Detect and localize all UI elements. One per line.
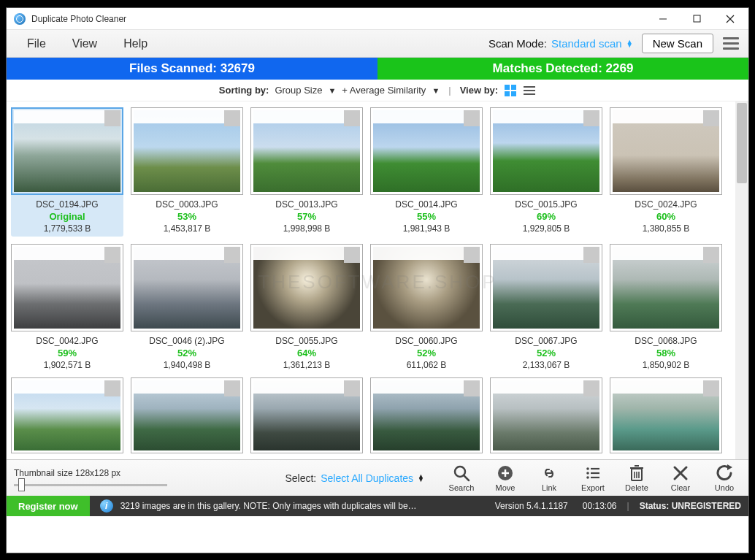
- thumbnail-similarity: 64%: [250, 348, 363, 358]
- sort-secondary-arrow-icon[interactable]: ▼: [432, 86, 440, 95]
- thumbnail-checkbox[interactable]: [464, 110, 480, 126]
- minimize-button[interactable]: [646, 8, 680, 30]
- filename-overlay: [134, 247, 224, 260]
- thumbnail-checkbox[interactable]: [703, 247, 719, 263]
- thumbnail-filename: DSC_0060.JPG: [370, 336, 483, 346]
- thumbnail-checkbox[interactable]: [104, 110, 120, 126]
- scanmode-dropdown[interactable]: Standard scan: [551, 37, 622, 50]
- thumbnail-checkbox[interactable]: [464, 380, 480, 396]
- thumbnail-checkbox[interactable]: [344, 380, 360, 396]
- files-scanned-label: Files Scanned: 32679: [7, 58, 378, 80]
- move-button[interactable]: Move: [488, 464, 522, 492]
- thumbnail-checkbox[interactable]: [224, 380, 240, 396]
- thumbnail-checkbox[interactable]: [344, 247, 360, 263]
- scrollbar-thumb[interactable]: [737, 103, 747, 183]
- thumbnail-card[interactable]: DSC_0060.JPG52%611,062 B: [370, 244, 483, 370]
- thumbnail-checkbox[interactable]: [703, 110, 719, 126]
- thumbnail-checkbox[interactable]: [583, 110, 599, 126]
- sort-secondary[interactable]: + Average Similarity: [342, 85, 426, 96]
- undo-button[interactable]: Undo: [708, 464, 741, 492]
- thumbnail-card[interactable]: [610, 377, 722, 453]
- thumbnail-card[interactable]: DSC_0194.JPGOriginal1,779,533 B: [11, 107, 123, 237]
- hamburger-menu-icon[interactable]: [721, 37, 741, 50]
- thumbnail-checkbox[interactable]: [703, 380, 719, 396]
- svg-rect-1: [694, 15, 700, 22]
- thumbnail-card[interactable]: DSC_0067.JPG52%2,133,067 B: [490, 244, 602, 370]
- register-now-button[interactable]: Register now: [7, 496, 90, 516]
- thumbnail-card[interactable]: DSC_0068.JPG58%1,850,902 B: [610, 244, 722, 370]
- thumbnail-filesize: 1,929,805 B: [490, 223, 602, 234]
- list-view-icon[interactable]: [523, 84, 536, 97]
- delete-button[interactable]: Delete: [620, 464, 654, 492]
- thumbnail-card[interactable]: DSC_0042.JPG59%1,902,571 B: [11, 244, 123, 370]
- clear-button[interactable]: Clear: [664, 464, 697, 492]
- thumbnail-card[interactable]: DSC_0003.JPG53%1,453,817 B: [131, 107, 243, 237]
- thumbnail-similarity: 52%: [370, 348, 483, 358]
- search-button[interactable]: Search: [445, 464, 478, 492]
- filename-overlay: [613, 247, 703, 260]
- thumbnail-checkbox[interactable]: [583, 380, 599, 396]
- thumbnail-checkbox[interactable]: [224, 247, 240, 263]
- link-button[interactable]: Link: [532, 464, 566, 492]
- filename-overlay: [253, 110, 344, 123]
- select-dropdown[interactable]: Select All Duplicates: [321, 472, 413, 484]
- thumbnail-filename: DSC_0024.JPG: [610, 199, 722, 210]
- thumbnail-filesize: 1,940,498 B: [131, 360, 243, 370]
- filename-overlay: [134, 110, 224, 123]
- filename-overlay: [253, 380, 344, 394]
- thumbnail-filename: DSC_0015.JPG: [490, 199, 602, 210]
- view-by-label: View by:: [460, 85, 499, 96]
- elapsed-time: 00:13:06: [583, 501, 617, 511]
- undo-icon: [715, 464, 734, 482]
- sorting-by-label: Sorting by:: [219, 85, 269, 96]
- thumbnail-card[interactable]: DSC_0024.JPG60%1,380,855 B: [610, 107, 722, 237]
- menu-view[interactable]: View: [59, 33, 110, 55]
- thumbnail-checkbox[interactable]: [104, 380, 120, 396]
- filename-overlay: [493, 110, 583, 123]
- thumbnail-checkbox[interactable]: [583, 247, 599, 263]
- move-icon: [497, 464, 514, 482]
- export-button[interactable]: Export: [576, 464, 610, 492]
- filename-overlay: [373, 247, 464, 260]
- thumbnail-card[interactable]: [131, 377, 243, 453]
- thumbnail-checkbox[interactable]: [464, 247, 480, 263]
- search-icon: [453, 464, 470, 482]
- new-scan-button[interactable]: New Scan: [642, 34, 713, 53]
- thumbnail-card[interactable]: DSC_0046 (2).JPG52%1,940,498 B: [131, 244, 243, 370]
- filename-overlay: [134, 380, 224, 394]
- svg-point-10: [586, 472, 589, 475]
- select-arrows-icon[interactable]: ▲▼: [418, 475, 424, 482]
- thumbnail-card[interactable]: [370, 377, 483, 453]
- thumbnail-similarity: 52%: [131, 348, 243, 358]
- thumbnail-card[interactable]: DSC_0015.JPG69%1,929,805 B: [490, 107, 602, 237]
- menu-file[interactable]: File: [14, 33, 59, 55]
- thumbnail-card[interactable]: DSC_0013.JPG57%1,998,998 B: [250, 107, 363, 237]
- thumbnail-checkbox[interactable]: [344, 110, 360, 126]
- app-icon: [14, 13, 26, 25]
- scanmode-arrows-icon[interactable]: ▲▼: [626, 40, 633, 47]
- grid-view-icon[interactable]: [504, 84, 517, 97]
- thumbnail-card[interactable]: [11, 377, 123, 453]
- thumbnail-card[interactable]: [490, 377, 602, 453]
- sorting-bar: Sorting by: Group Size ▼ + Average Simil…: [7, 80, 748, 101]
- close-button[interactable]: [713, 8, 747, 30]
- thumbnail-checkbox[interactable]: [224, 110, 240, 126]
- thumbnail-card[interactable]: DSC_0014.JPG55%1,981,943 B: [370, 107, 483, 237]
- thumbnail-similarity: Original: [11, 211, 123, 222]
- statusbar: Register now i 3219 images are in this g…: [7, 496, 748, 516]
- thumbnail-card[interactable]: DSC_0055.JPG64%1,361,213 B: [250, 244, 363, 370]
- svg-marker-23: [727, 464, 732, 470]
- scrollbar[interactable]: [735, 101, 748, 459]
- scanmode-label: Scan Mode:: [488, 37, 547, 50]
- maximize-button[interactable]: [680, 8, 713, 30]
- filename-overlay: [253, 247, 344, 260]
- thumbnail-checkbox[interactable]: [104, 247, 120, 263]
- menu-help[interactable]: Help: [110, 33, 161, 55]
- filename-overlay: [14, 247, 104, 260]
- thumbnail-card[interactable]: [250, 377, 363, 453]
- filename-overlay: [14, 380, 104, 394]
- filename-overlay: [493, 247, 583, 260]
- sort-primary[interactable]: Group Size: [275, 85, 322, 96]
- thumbnail-size-slider[interactable]: [14, 481, 167, 488]
- sort-primary-arrow-icon[interactable]: ▼: [328, 86, 336, 95]
